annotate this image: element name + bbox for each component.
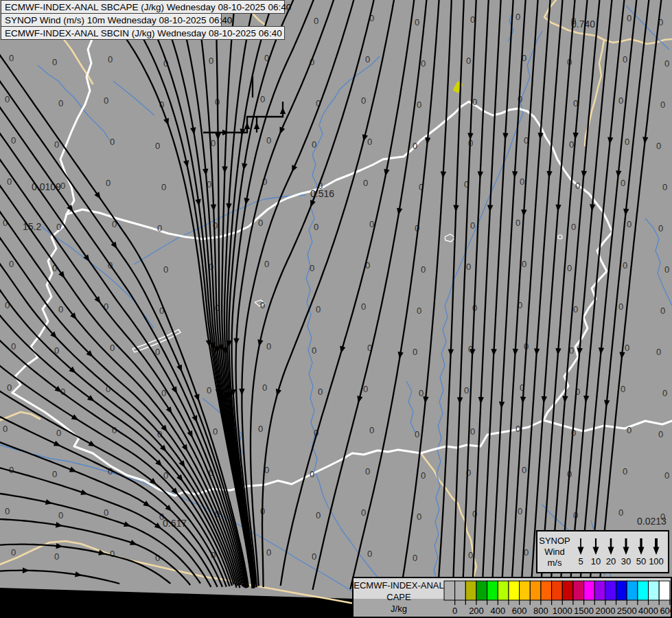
cape-scale-cell xyxy=(487,581,498,600)
station-zero-label: 0 xyxy=(664,264,669,275)
station-zero-label: 0 xyxy=(522,259,526,269)
cape-legend-title: ECMWF-INDEX-ANAL CAPE J/kg xyxy=(354,580,444,615)
wind-arrow-icon xyxy=(575,537,586,556)
station-zero-label: 0 xyxy=(312,551,316,562)
title-sbcin: ECMWF-INDEX-ANAL SBCIN (J/kg) Wednesday … xyxy=(1,26,285,40)
wind-arrow-icon xyxy=(605,537,616,556)
station-zero-label: 0 xyxy=(363,178,368,188)
weather-map-screen: 0000000000000000000000000000000000000000… xyxy=(0,0,672,618)
station-zero-label: 0 xyxy=(58,510,63,520)
wind-speed-item: 20 xyxy=(603,537,618,566)
cape-tick-label: 0 xyxy=(452,606,457,616)
cape-tick-label: 600 xyxy=(512,606,527,616)
station-zero-label: 0 xyxy=(56,428,61,438)
title-synop-wind: SYNOP Wind (m/s) 10m Wednesday 08-10-202… xyxy=(1,13,222,27)
station-zero-label: 0 xyxy=(3,424,8,434)
station-zero-label: 0 xyxy=(316,510,321,520)
station-zero-label: 0 xyxy=(417,100,421,110)
station-zero-label: 0 xyxy=(104,95,108,106)
station-zero-label: 0 xyxy=(421,264,426,275)
cape-color-legend: ECMWF-INDEX-ANAL CAPE J/kg 0200400600800… xyxy=(352,577,672,618)
station-zero-label: 0 xyxy=(625,137,629,147)
cape-scale-cell xyxy=(584,581,595,600)
station-zero-label: 0 xyxy=(9,53,14,63)
station-zero-label: 0 xyxy=(569,139,574,150)
station-zero-label: 0 xyxy=(310,469,314,479)
wind-speed-label: 50 xyxy=(636,556,646,566)
wind-legend-title-line: SYNOP xyxy=(537,536,572,547)
station-zero-label: 0 xyxy=(618,301,623,312)
station-zero-label: 0 xyxy=(52,469,57,479)
station-zero-label: 0 xyxy=(314,222,318,232)
station-zero-label: 0 xyxy=(367,137,372,147)
station-zero-label: 0 xyxy=(54,551,59,562)
station-zero-label: 0 xyxy=(472,97,477,107)
station-zero-label: 0 xyxy=(625,343,629,353)
cape-scale-cell xyxy=(509,581,520,600)
station-zero-label: 0 xyxy=(314,16,318,26)
station-zero-label: 0 xyxy=(7,382,12,393)
cape-legend-title-line: J/kg xyxy=(354,603,444,615)
station-zero-label: 0 xyxy=(60,181,65,191)
station-zero-label: 0 xyxy=(621,178,625,188)
station-zero-label: 0 xyxy=(258,424,263,434)
station-zero-label: 0 xyxy=(361,95,366,106)
station-zero-label: 0 xyxy=(104,507,108,518)
station-zero-label: 0 xyxy=(515,218,520,228)
cape-tick-label: 4000 xyxy=(638,606,658,616)
station-zero-label: 0 xyxy=(573,304,578,314)
station-zero-label: 0 xyxy=(515,12,520,22)
cape-scale-cell xyxy=(573,581,584,600)
station-zero-label: 0 xyxy=(415,429,419,439)
station-value-label: 0.0213 xyxy=(637,516,667,527)
station-zero-label: 0 xyxy=(9,259,14,269)
cape-scale-cell xyxy=(594,581,605,600)
station-zero-label: 0 xyxy=(110,137,115,147)
station-zero-label: 0 xyxy=(470,426,475,437)
station-zero-label: 0 xyxy=(316,304,321,314)
station-value-label: 0.740 xyxy=(571,19,595,30)
title-block: ECMWF-INDEX-ANAL SBCAPE (J/kg) Wednesday… xyxy=(1,1,285,40)
cape-tick-label: 1500 xyxy=(574,606,594,616)
station-zero-label: 0 xyxy=(415,17,419,27)
title-sbcape: ECMWF-INDEX-ANAL SBCAPE (J/kg) Wednesday… xyxy=(1,0,285,14)
cape-scale-cell xyxy=(552,581,563,600)
station-zero-label: 0 xyxy=(618,507,623,518)
station-zero-label: 0 xyxy=(662,182,667,192)
cape-scale-cell xyxy=(541,581,552,600)
station-value-label: 0.0109 xyxy=(32,181,61,192)
station-zero-label: 0 xyxy=(318,387,323,397)
station-zero-label: 0 xyxy=(363,384,368,394)
station-zero-label: 0 xyxy=(56,222,61,232)
wind-legend-title-line: m/s xyxy=(537,558,572,569)
station-zero-label: 0 xyxy=(211,138,216,148)
station-zero-label: 0 xyxy=(106,178,111,188)
station-zero-label: 0 xyxy=(110,343,115,353)
wind-speed-label: 30 xyxy=(621,556,631,566)
station-zero-label: 0 xyxy=(7,176,12,187)
wind-speed-item: 30 xyxy=(618,537,634,566)
station-zero-label: 0 xyxy=(361,301,366,312)
station-zero-label: 0 xyxy=(515,424,520,434)
station-zero-label: 0 xyxy=(413,141,417,151)
station-zero-label: 0 xyxy=(413,553,417,563)
station-zero-label: 0 xyxy=(213,426,218,437)
station-zero-label: 0 xyxy=(264,259,269,269)
cape-scale-cell xyxy=(476,581,487,600)
station-zero-label: 0 xyxy=(155,141,160,151)
station-zero-label: 0 xyxy=(108,54,113,65)
cape-scale-cell xyxy=(638,581,649,600)
cape-tick-label: 2000 xyxy=(595,606,615,616)
station-zero-label: 0 xyxy=(266,547,271,558)
wind-arrow-icon xyxy=(621,537,632,556)
station-zero-label: 0 xyxy=(260,300,265,310)
station-zero-label: 0 xyxy=(468,550,473,560)
station-zero-label: 0 xyxy=(365,466,370,477)
cape-tick-label: 2500 xyxy=(617,606,637,616)
station-zero-label: 0 xyxy=(421,470,426,481)
cape-tick-label: 6000 xyxy=(660,606,672,616)
wind-speed-item: 100 xyxy=(649,537,664,566)
wind-speed-label: 5 xyxy=(578,556,583,566)
station-zero-label: 0 xyxy=(623,54,627,65)
station-zero-label: 0 xyxy=(662,388,667,398)
